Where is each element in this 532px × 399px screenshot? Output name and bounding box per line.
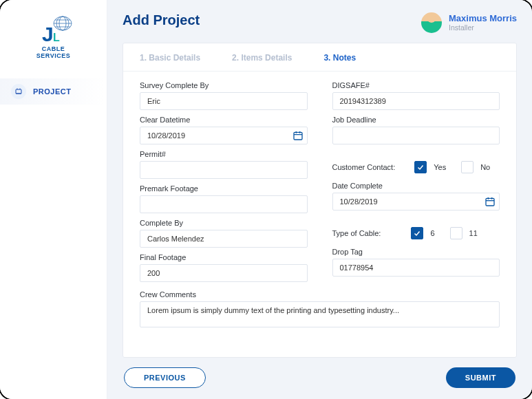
label-type-of-cable: Type of Cable: — [332, 229, 381, 237]
svg-text:J: J — [42, 23, 54, 44]
label-complete-by: Complete By — [140, 219, 308, 227]
input-permit[interactable] — [140, 161, 308, 179]
logo-mark: J L — [30, 14, 78, 44]
tabs: 1. Basic Details 2. Items Details 3. Not… — [123, 43, 516, 72]
textarea-crew-comments[interactable] — [140, 301, 500, 327]
label-drop-tag: Drop Tag — [332, 248, 500, 256]
checkbox-cable-6[interactable] — [411, 227, 423, 239]
page-title: Add Project — [123, 12, 200, 28]
form-footer: PREVIOUS SUBMIT — [123, 358, 517, 388]
sidebar-item-project[interactable]: PROJECT — [0, 78, 107, 105]
input-premark-footage[interactable] — [140, 195, 308, 213]
label-survey-complete-by: Survey Complete By — [140, 81, 308, 89]
label-clear-datetime: Clear Datetime — [140, 116, 308, 124]
label-job-deadline: Job Deadline — [332, 116, 500, 124]
label-crew-comments: Crew Comments — [140, 290, 500, 299]
checkbox-customer-contact-no[interactable] — [461, 161, 474, 173]
brand-logo: J L CABLESERVICES — [0, 14, 107, 59]
tab-notes[interactable]: 3. Notes — [323, 53, 356, 63]
input-date-complete[interactable] — [332, 193, 500, 211]
svg-text:L: L — [53, 32, 60, 43]
submit-button[interactable]: SUBMIT — [446, 367, 515, 388]
form-card: 1. Basic Details 2. Items Details 3. Not… — [123, 43, 517, 358]
opt-11: 11 — [469, 229, 478, 237]
input-job-deadline[interactable] — [332, 127, 500, 144]
sidebar: J L CABLESERVICES — [0, 0, 107, 399]
user-block[interactable]: Maximus Morris Installer — [421, 12, 517, 33]
input-digsafe[interactable] — [332, 92, 500, 110]
label-premark-footage: Premark Footage — [140, 184, 308, 193]
checkbox-cable-11[interactable] — [450, 227, 462, 239]
opt-6: 6 — [430, 229, 434, 237]
opt-yes: Yes — [434, 163, 446, 171]
label-customer-contact: Customer Contact: — [332, 163, 396, 171]
tab-items-details[interactable]: 2. Items Details — [232, 53, 292, 63]
sidebar-item-label: PROJECT — [33, 87, 71, 96]
label-date-complete: Date Complete — [332, 182, 500, 190]
avatar — [421, 12, 442, 33]
user-role: Installer — [449, 23, 517, 32]
input-complete-by[interactable] — [140, 230, 308, 248]
svg-rect-8 — [16, 89, 21, 94]
opt-no: No — [480, 163, 490, 171]
label-final-footage: Final Footage — [140, 253, 308, 261]
project-icon — [11, 84, 26, 99]
checkbox-customer-contact-yes[interactable] — [414, 161, 427, 173]
user-name: Maximus Morris — [449, 14, 517, 23]
topbar: Add Project Maximus Morris Installer — [123, 12, 517, 33]
input-survey-complete-by[interactable] — [140, 92, 308, 110]
previous-button[interactable]: PREVIOUS — [124, 367, 206, 388]
input-final-footage[interactable] — [140, 264, 308, 282]
main: Add Project Maximus Morris Installer 1. … — [107, 0, 532, 399]
label-permit: Permit# — [140, 150, 308, 158]
tab-basic-details[interactable]: 1. Basic Details — [140, 53, 200, 63]
input-drop-tag[interactable] — [332, 259, 500, 277]
label-digsafe: DIGSAFE# — [332, 81, 500, 89]
brand-text: CABLESERVICES — [36, 45, 70, 59]
input-clear-datetime[interactable] — [140, 127, 308, 144]
